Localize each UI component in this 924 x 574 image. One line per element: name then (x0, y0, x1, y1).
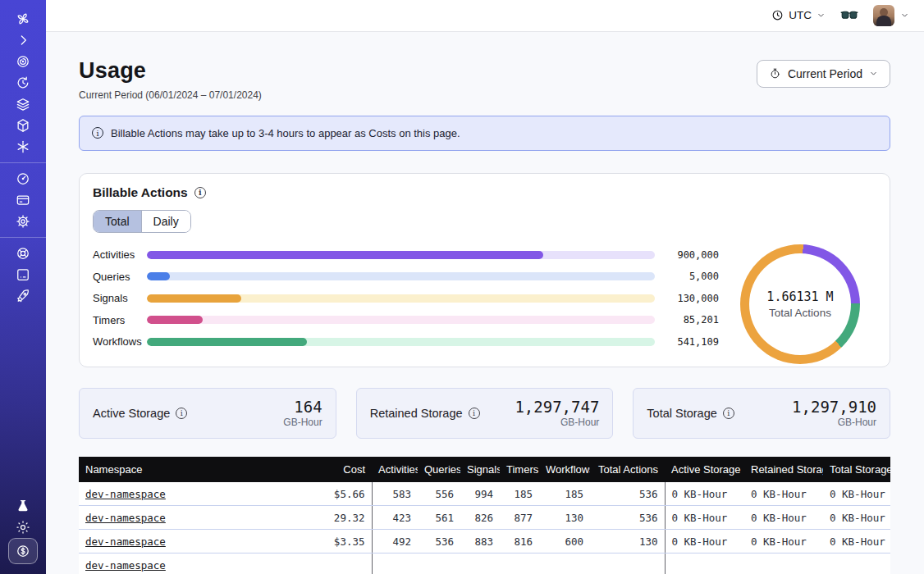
table-row: dev-namespace $5.66 583 556 994 185 185 … (79, 482, 890, 506)
cell-total-storage: 0 KB-Hour (823, 482, 890, 506)
sidebar-divider (0, 162, 46, 163)
page-header: Usage Current Period (06/01/2024 – 07/01… (79, 58, 890, 101)
cell-cost: $5.66 (280, 482, 372, 506)
col-namespace[interactable]: Namespace (79, 457, 280, 482)
total-actions-value: 1.66131 M (766, 289, 833, 304)
info-banner: i Billable Actions may take up to 3-4 ho… (79, 116, 890, 151)
active-storage-label: Active Storage (93, 407, 170, 420)
total-storage-unit: GB-Hour (792, 417, 876, 428)
retained-storage-value: 1,297,747 (515, 399, 599, 416)
settings-gear-icon[interactable] (9, 211, 37, 232)
namespace-link[interactable]: dev-namespace (85, 535, 166, 548)
stopwatch-icon (769, 67, 781, 80)
usage-gauge-icon[interactable] (9, 168, 37, 189)
lab-flask-icon[interactable] (9, 495, 37, 517)
bar-row-activities: Activities 900,000 (93, 251, 719, 259)
bar-value: 85,201 (655, 314, 719, 326)
bar-value: 5,000 (655, 271, 719, 282)
bar-fill (147, 251, 543, 259)
col-workflows[interactable]: Workflows (539, 457, 590, 482)
docs-icon[interactable] (9, 264, 37, 285)
period-dropdown-button[interactable]: Current Period (757, 60, 890, 88)
cell-cost: 29.32 (280, 506, 372, 530)
cell-workflows (539, 554, 590, 574)
cell-total-actions: 536 (590, 506, 665, 530)
cell-total-storage: 0 KB-Hour (823, 530, 890, 554)
namespaces-icon[interactable] (9, 51, 37, 72)
namespace-link[interactable]: dev-namespace (85, 488, 166, 500)
retained-storage-card: Retained Storage i 1,297,747 GB-Hour (356, 388, 614, 439)
col-timers[interactable]: Timers (500, 457, 539, 482)
bar-label: Queries (93, 271, 147, 283)
cell-activities: 492 (372, 530, 418, 554)
cell-workflows: 185 (539, 482, 590, 506)
temporal-logo[interactable] (9, 8, 37, 30)
cell-retained-storage: 0 KB-Hour (744, 530, 823, 554)
bar-fill (147, 294, 241, 303)
page-subtitle: Current Period (06/01/2024 – 07/01/2024) (79, 89, 262, 101)
cell-active-storage (665, 554, 744, 574)
cell-timers: 877 (500, 506, 539, 530)
user-menu[interactable] (873, 5, 909, 26)
bar-value: 541,109 (655, 336, 719, 348)
col-total-storage[interactable]: Total Storage (823, 457, 890, 482)
bar-track (147, 294, 655, 303)
cell-queries: 561 (418, 506, 460, 530)
rocket-icon[interactable] (9, 285, 37, 307)
cell-retained-storage (744, 554, 823, 574)
cell-total-storage (823, 554, 890, 574)
info-icon[interactable]: i (194, 187, 206, 198)
glasses-icon[interactable] (840, 10, 858, 21)
billable-actions-card: Billable Actions i Total Daily Activitie… (79, 173, 890, 367)
tab-daily[interactable]: Daily (141, 211, 190, 232)
info-icon[interactable]: i (469, 408, 480, 419)
bar-row-workflows: Workflows 541,109 (93, 338, 719, 346)
storage-summary-row: Active Storage i 164 GB-Hour Retained St… (79, 388, 890, 439)
bar-value: 900,000 (655, 249, 719, 261)
billing-card-icon[interactable] (9, 189, 37, 211)
usage-coin-icon[interactable] (8, 538, 38, 564)
cell-cost (280, 554, 372, 574)
cell-total-storage: 0 KB-Hour (823, 506, 890, 530)
namespace-link[interactable]: dev-namespace (85, 559, 166, 572)
col-total-actions[interactable]: Total Actions (590, 457, 665, 482)
cell-retained-storage: 0 KB-Hour (744, 482, 823, 506)
theme-sun-icon[interactable] (9, 517, 37, 538)
cell-timers (500, 554, 539, 574)
cell-activities (372, 554, 418, 574)
timezone-selector[interactable]: UTC (771, 9, 826, 21)
schedules-clock-icon[interactable] (9, 72, 37, 93)
col-signals[interactable]: Signals (460, 457, 500, 482)
cube-icon[interactable] (9, 115, 37, 136)
bar-fill (147, 338, 307, 346)
col-active-storage[interactable]: Active Storage (665, 457, 744, 482)
cell-active-storage: 0 KB-Hour (665, 482, 744, 506)
billable-chart: Activities 900,000 Queries 5,000 (93, 251, 876, 364)
chevron-down-icon (900, 11, 909, 20)
main-area: UTC Usage Current Period (06/01/2024 – 0… (46, 0, 924, 574)
tab-total[interactable]: Total (94, 211, 141, 232)
col-activities[interactable]: Activities (372, 457, 418, 482)
table-row: dev-namespace 29.32 423 561 826 877 130 … (79, 506, 890, 530)
layers-icon[interactable] (9, 93, 37, 115)
cell-queries: 556 (418, 482, 460, 506)
col-retained-storage[interactable]: Retained Storage (744, 457, 823, 482)
cell-total-actions (590, 554, 665, 574)
collapse-chevron-right-icon[interactable] (9, 30, 37, 51)
total-actions-label: Total Actions (769, 307, 831, 319)
bar-value: 130,000 (655, 293, 719, 304)
col-cost[interactable]: Cost (280, 457, 372, 482)
donut-ring: 1.66131 M Total Actions (740, 244, 860, 364)
info-icon[interactable]: i (176, 408, 187, 419)
cell-queries: 536 (418, 530, 460, 554)
nexus-asterisk-icon[interactable] (9, 136, 37, 157)
bar-track (147, 338, 655, 346)
support-lifering-icon[interactable] (9, 243, 37, 264)
namespace-link[interactable]: dev-namespace (85, 512, 166, 524)
info-icon[interactable]: i (723, 408, 734, 419)
retained-storage-unit: GB-Hour (515, 417, 599, 428)
content: Usage Current Period (06/01/2024 – 07/01… (46, 32, 924, 574)
app-root: UTC Usage Current Period (06/01/2024 – 0… (0, 0, 924, 574)
col-queries[interactable]: Queries (418, 457, 460, 482)
chevron-down-icon (869, 69, 878, 78)
